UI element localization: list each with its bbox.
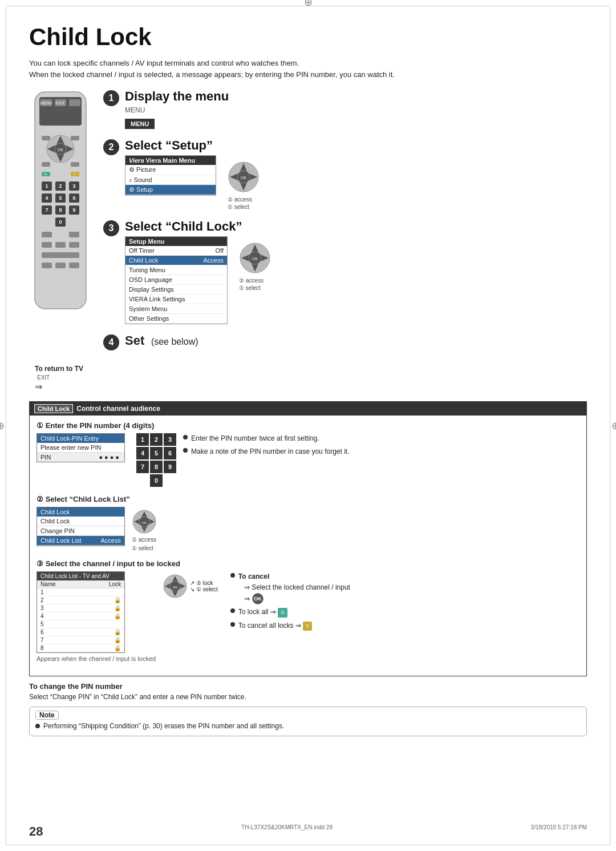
step1: 1 Display the menu MENU MENU <box>103 89 587 129</box>
cl-substep3-select-label: ↘ ① select <box>190 586 218 592</box>
cl-substep2-layout: Child Lock Child Lock Change PIN Child L… <box>37 507 579 551</box>
step1-title: Display the menu <box>125 89 587 104</box>
footer-left: TH-L37X2S&20KMRTX_EN.indd 28 <box>241 824 333 839</box>
return-exit-row: EXIT <box>35 373 587 381</box>
child-lock-badge: Child Lock <box>34 404 73 413</box>
cl-substep3-notes: To cancel ⇒ Select the locked channel / … <box>230 571 579 634</box>
pin-input-row: PIN ●●●● <box>37 453 124 462</box>
svg-text:2: 2 <box>59 183 62 189</box>
numpad-8: 8 <box>150 461 163 473</box>
footer-right: 3/18/2010 5:27:18 PM <box>531 824 587 839</box>
child-lock-header: Child Lock Control channel audience <box>30 402 586 416</box>
numpad-0: 0 <box>150 474 163 487</box>
numpad-1: 1 <box>136 433 149 446</box>
intro-line1: You can lock specific channels / AV inpu… <box>29 58 587 69</box>
cl-list-row-childlock: Child Lock <box>37 517 124 526</box>
svg-text:0: 0 <box>59 219 62 225</box>
svg-rect-45 <box>55 242 66 248</box>
svg-rect-17 <box>71 162 79 167</box>
cl-substep2-access: ② access <box>132 537 156 543</box>
page-number: 28 <box>29 824 43 839</box>
step2-nav: OK ② access ① select <box>228 161 260 210</box>
cl-substep2: ② Select “Child Lock List” Child Lock Ch… <box>37 495 579 551</box>
cl-substep3-nav: OK ↗ ② lock ↘ ① select <box>163 574 218 600</box>
cl-substep3-dpad-svg: OK <box>163 574 188 599</box>
bullet-dot-2 <box>183 448 188 453</box>
step1-number: 1 <box>103 90 119 106</box>
reg-mark-left: ⊕ <box>0 420 5 432</box>
appears-note: Appears when the channel / input is lock… <box>37 655 156 662</box>
viera-logo: Viera <box>129 157 144 164</box>
svg-rect-14 <box>42 136 50 140</box>
step4-number: 4 <box>103 334 119 350</box>
cl-substep2-dpad: OK <box>132 509 157 534</box>
btn-g-green: G <box>278 608 287 617</box>
svg-rect-4 <box>69 99 80 106</box>
return-arrow: ⇒ <box>35 381 587 392</box>
step3-access-label: ② access <box>239 277 264 284</box>
numpad-5: 5 <box>150 447 163 459</box>
svg-rect-47 <box>42 252 79 258</box>
numpad-6: 6 <box>164 447 176 459</box>
note-lock-all: To lock all ⇒ G <box>230 607 579 618</box>
page-title: Child Lock <box>29 23 587 51</box>
step2-row-sound: ♪ Sound <box>125 175 216 185</box>
step3-number: 3 <box>103 220 119 236</box>
step2-dpad-svg: OK <box>228 161 260 193</box>
ch-row-4: 4🔒 <box>37 612 124 620</box>
cl-substep1: ① Enter the PIN number (4 digits) Child … <box>37 421 579 487</box>
change-pin-section: To change the PIN number Select “Change … <box>29 682 587 701</box>
main-content: MENU EXIT OK G Y <box>29 89 587 360</box>
step2-row-setup: ⚙ Setup <box>125 185 216 195</box>
step3-content: Select “Child Lock” Setup Menu Off Timer… <box>125 219 587 324</box>
step4-content: Set (see below) <box>125 333 587 348</box>
numpad-2: 2 <box>150 433 163 446</box>
svg-rect-44 <box>42 242 52 248</box>
ch-row-5: 5 <box>37 620 124 628</box>
page-container: ⊕ ⊕ ⊕ Child Lock You can lock specific c… <box>6 6 610 845</box>
cancel-indent: ⇒ Select the locked channel / input ⇒ OK <box>244 582 350 604</box>
numpad-7: 7 <box>136 461 149 473</box>
note-box: Note Performing “Shipping Condition” (p.… <box>29 707 587 736</box>
cl-substep2-nav: OK ② access ① select <box>132 509 157 551</box>
bullet-dot-5 <box>230 622 235 627</box>
cl-list-row-changepin: Change PIN <box>37 526 124 536</box>
step2: 2 Select “Setup” Viera Viera Main Menu ⚙… <box>103 138 587 210</box>
pin-screen-header: Child Lock-PIN Entry <box>37 434 124 443</box>
svg-text:Y: Y <box>74 172 76 176</box>
cl-substep1-layout: Child Lock-PIN Entry Please enter new PI… <box>37 433 579 487</box>
step3-screen: Setup Menu Off TimerOff Child LockAccess… <box>125 236 228 324</box>
step1-content: Display the menu MENU MENU <box>125 89 587 129</box>
step2-dpad: OK <box>228 161 260 193</box>
step3-dpad: OK <box>239 242 271 274</box>
cl-substep3: ③ Select the channel / input to be locke… <box>37 559 579 662</box>
note-pin-remember: Make a note of the PIN number in case yo… <box>183 446 579 457</box>
step3-dpad-svg: OK <box>239 242 271 274</box>
svg-rect-42 <box>42 232 52 237</box>
step2-number: 2 <box>103 139 119 155</box>
return-title: To return to TV <box>35 365 83 373</box>
step2-layout: Viera Viera Main Menu ⚙ Picture ♪ Sound … <box>125 155 587 210</box>
bullet-dot-4 <box>230 608 235 613</box>
change-pin-text: Select “Change PIN” in “Child Lock” and … <box>29 693 587 701</box>
cl-substep3-screen-col: Child Lock List - TV and AV Name Lock 1 … <box>37 571 156 662</box>
pin-entry-screen: Child Lock-PIN Entry Please enter new PI… <box>37 433 125 462</box>
svg-text:OK: OK <box>58 148 63 152</box>
note-bullet-dot <box>35 724 40 728</box>
svg-rect-50 <box>69 263 79 268</box>
intro-line2: When the locked channel / input is selec… <box>29 69 587 80</box>
step3-row-tuning: Tuning Menu <box>125 265 227 275</box>
cl-substep2-title: ② Select “Child Lock List” <box>37 495 579 503</box>
svg-rect-15 <box>71 136 79 140</box>
note-to-cancel: To cancel ⇒ Select the locked channel / … <box>230 571 579 604</box>
ch-list-screen: Child Lock List - TV and AV Name Lock 1 … <box>37 571 125 653</box>
svg-text:3: 3 <box>72 183 75 189</box>
note-cancel-all: To cancel all locks ⇒ Y <box>230 620 579 631</box>
step2-screen-header: Viera Viera Main Menu <box>125 156 216 165</box>
ok-btn-cancel: OK <box>252 593 264 604</box>
step3-row-other: Other Settings <box>125 314 227 324</box>
note-title: Note <box>35 711 59 720</box>
step3-screen-header: Setup Menu <box>125 237 227 246</box>
page-footer: 28 TH-L37X2S&20KMRTX_EN.indd 28 3/18/201… <box>29 824 587 839</box>
remote-svg: MENU EXIT OK G Y <box>29 89 92 329</box>
